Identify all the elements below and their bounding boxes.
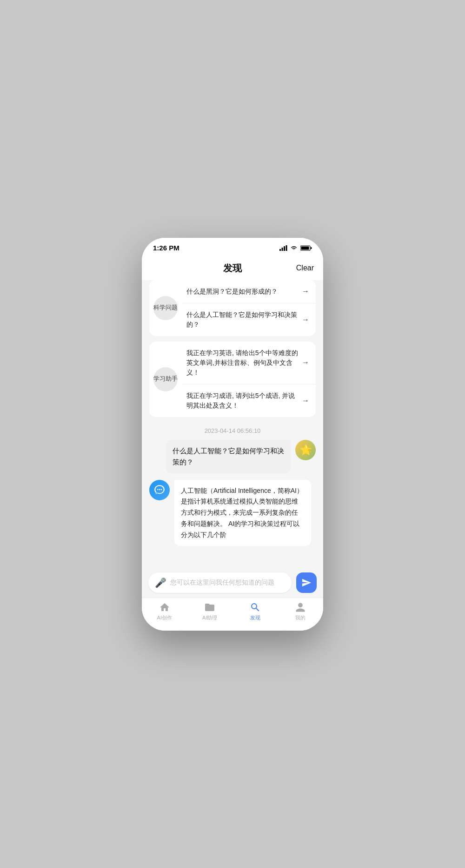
clear-button[interactable]: Clear: [296, 264, 314, 272]
list-item[interactable]: 我正在学习成语, 请列出5个成语, 并说明其出处及含义！ →: [182, 384, 316, 417]
nav-label-discover: 发现: [250, 614, 260, 621]
svg-rect-3: [286, 245, 287, 251]
nav-item-discover[interactable]: 发现: [232, 602, 278, 621]
suggestion-card-study: 学习 助手 我正在学习英语, 请给出5个中等难度的英文单词,并标注音标、例句及中…: [149, 342, 316, 417]
arrow-icon: →: [302, 397, 309, 405]
svg-rect-0: [279, 249, 281, 251]
folder-icon: [204, 602, 215, 613]
nav-item-mine[interactable]: 我的: [278, 602, 324, 621]
card-label-col-study: 学习 助手: [149, 342, 182, 417]
person-icon: [295, 602, 306, 613]
svg-point-9: [160, 489, 162, 490]
user-avatar: 🌟: [295, 440, 316, 460]
status-bar: 1:26 PM: [142, 238, 323, 258]
wifi-icon: [290, 245, 298, 251]
status-time: 1:26 PM: [153, 244, 179, 252]
arrow-icon: →: [302, 316, 309, 324]
input-field[interactable]: 您可以在这里问我任何想知道的问题: [170, 579, 285, 587]
ai-avatar: [149, 480, 170, 500]
card-header-study: 学习 助手 我正在学习英语, 请给出5个中等难度的英文单词,并标注音标、例句及中…: [149, 342, 316, 417]
ai-bubble: 人工智能（Artificial Intelligence，简称AI）是指计算机系…: [174, 480, 311, 546]
signal-icon: [279, 245, 287, 251]
user-message: 🌟 什么是人工智能？它是如何学习和决策的？: [149, 440, 316, 473]
card-header-science: 科学 问题 什么是黑洞？它是如何形成的？ → 什么是人工智能？它是如何学习和决策…: [149, 280, 316, 336]
timestamp: 2023-04-14 06:56:10: [149, 423, 316, 440]
search-icon: [250, 602, 261, 613]
status-icons: [279, 245, 312, 251]
arrow-icon: →: [302, 287, 309, 296]
send-button[interactable]: [296, 572, 317, 593]
mic-icon[interactable]: 🎤: [155, 577, 166, 588]
suggestion-card-science: 科学 问题 什么是黑洞？它是如何形成的？ → 什么是人工智能？它是如何学习和决策…: [149, 280, 316, 336]
home-icon: [159, 602, 170, 613]
card-items-science: 什么是黑洞？它是如何形成的？ → 什么是人工智能？它是如何学习和决策的？ →: [182, 280, 316, 336]
user-bubble: 什么是人工智能？它是如何学习和决策的？: [166, 440, 291, 473]
svg-rect-5: [311, 247, 312, 249]
phone-frame: 1:26 PM 发现 Clear: [142, 238, 323, 631]
list-item[interactable]: 什么是黑洞？它是如何形成的？ →: [182, 280, 316, 303]
nav-label-ai-create: AI创作: [157, 614, 172, 621]
card-badge-study: 学习 助手: [153, 367, 178, 391]
card-badge-science: 科学 问题: [153, 296, 178, 320]
nav-item-ai-assist[interactable]: AI助理: [187, 602, 233, 621]
ai-message: 人工智能（Artificial Intelligence，简称AI）是指计算机系…: [149, 480, 316, 546]
svg-rect-2: [284, 246, 285, 251]
bottom-nav: AI创作 AI助理 发现 我的: [142, 598, 323, 631]
input-wrapper: 🎤 您可以在这里问我任何想知道的问题: [148, 572, 292, 593]
page-title: 发现: [223, 262, 242, 275]
nav-label-mine: 我的: [295, 614, 306, 621]
ai-chat-icon: [153, 484, 166, 496]
battery-icon: [300, 245, 312, 251]
list-item[interactable]: 什么是人工智能？它是如何学习和决策的？ →: [182, 303, 316, 336]
input-bar: 🎤 您可以在这里问我任何想知道的问题: [142, 568, 323, 598]
scroll-area: 科学 问题 什么是黑洞？它是如何形成的？ → 什么是人工智能？它是如何学习和决策…: [142, 280, 323, 568]
list-item[interactable]: 我正在学习英语, 请给出5个中等难度的英文单词,并标注音标、例句及中文含义！ →: [182, 342, 316, 384]
nav-item-ai-create[interactable]: AI创作: [142, 602, 187, 621]
svg-rect-1: [282, 248, 283, 251]
svg-point-7: [157, 489, 159, 490]
svg-rect-6: [301, 246, 309, 249]
card-items-study: 我正在学习英语, 请给出5个中等难度的英文单词,并标注音标、例句及中文含义！ →…: [182, 342, 316, 417]
nav-label-ai-assist: AI助理: [202, 614, 217, 621]
send-icon: [301, 578, 312, 588]
card-label-col-science: 科学 问题: [149, 280, 182, 336]
svg-point-8: [159, 489, 160, 490]
arrow-icon: →: [302, 358, 309, 367]
header: 发现 Clear: [142, 258, 323, 280]
